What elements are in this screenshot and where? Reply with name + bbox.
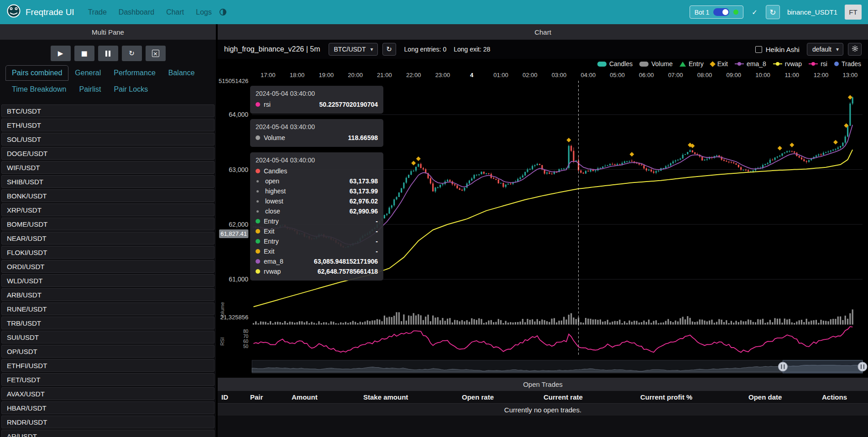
datazoom-window[interactable] [783,360,862,373]
bot-label: Bot 1 [695,9,710,16]
tab-pairlist[interactable]: Pairlist [73,82,107,97]
ema8-line [253,125,852,245]
svg-text:20:00: 20:00 [348,72,363,78]
svg-text:50: 50 [243,344,249,349]
heikin-ashi-checkbox[interactable] [755,46,762,53]
svg-text:RSI: RSI [220,337,225,345]
pair-item[interactable]: RUNE/USDT [1,302,214,315]
brand[interactable]: Freqtrade UI [6,4,74,21]
tab-pairs-combined[interactable]: Pairs combined [5,65,68,81]
pair-item[interactable]: DOGE/USDT [1,147,214,160]
plot-config-select[interactable]: default ▾ [807,43,843,56]
legend-label: Exit [717,60,728,68]
legend-item-rsi[interactable]: rsi [809,60,827,68]
theme-toggle-icon[interactable] [219,8,227,16]
pair-item[interactable]: FET/USDT [1,373,214,386]
chart-svg[interactable]: 64,00063,00062,00061,00051505142621,3258… [218,69,868,379]
svg-text:01:00: 01:00 [493,72,508,78]
pair-item[interactable]: HBAR/USDT [1,401,214,414]
pair-item[interactable]: ETH/USDT [1,119,214,131]
exit-marker [566,138,571,142]
open-trades-table: IDPairAmountStake amountOpen rateCurrent… [218,391,868,437]
reload-button[interactable]: ↻ [122,46,142,61]
datazoom-handle-right[interactable] [858,362,867,371]
pair-item[interactable]: BOME/USDT [1,218,214,230]
legend-item-trades[interactable]: Trades [834,60,861,68]
nav-link-logs[interactable]: Logs [196,8,212,16]
candlestick-chart[interactable]: 64,00063,00062,00061,00051505142621,3258… [218,69,868,378]
sidebar-tabs-row2: Time BreakdownPairlistPair Locks [0,81,216,97]
pair-item[interactable]: AR/USDT [1,430,214,437]
sidebar-title: Multi Pane [0,24,216,40]
pair-item[interactable]: BONK/USDT [1,189,214,202]
tab-balance[interactable]: Balance [162,65,201,81]
heikin-ashi-control[interactable]: Heikin Ashi [755,46,800,53]
pause-button[interactable] [98,46,118,61]
legend-label: rsi [821,60,827,68]
pair-item[interactable]: TRB/USDT [1,317,214,329]
top-navbar: Freqtrade UI TradeDashboardChartLogs Bot… [0,0,868,24]
reset-layout-button[interactable]: × [146,46,166,61]
nav-link-dashboard[interactable]: Dashboard [119,8,154,16]
user-avatar[interactable]: FT [845,5,862,20]
pair-select[interactable]: BTC/USDT ▾ [329,43,378,56]
pair-item[interactable]: SUI/USDT [1,331,214,343]
pair-item[interactable]: FLOKI/USDT [1,246,214,259]
legend-item-volume[interactable]: Volume [639,60,673,68]
brand-title: Freqtrade UI [26,7,74,17]
pair-item[interactable]: SOL/USDT [1,133,214,146]
legend-item-exit[interactable]: Exit [711,60,728,68]
stop-button[interactable]: ■ [74,46,94,61]
chevron-down-icon: ▾ [371,46,373,52]
svg-text:70: 70 [243,334,249,339]
datazoom-handle-left[interactable] [778,362,787,371]
pair-item[interactable]: SHIB/USDT [1,175,214,188]
pair-item[interactable]: WIF/USDT [1,161,214,174]
legend-item-entry[interactable]: Entry [680,60,704,68]
svg-text:61,827.41: 61,827.41 [220,230,247,237]
refresh-icon: ↻ [386,45,392,53]
svg-text:23:00: 23:00 [435,72,450,78]
bot-toggle[interactable] [713,8,729,16]
legend-item-rvwap[interactable]: rvwap [773,60,802,68]
svg-text:09:00: 09:00 [726,72,741,78]
tab-performance[interactable]: Performance [107,65,162,81]
chart-toolbar: high_frog_binance_v226 | 5m BTC/USDT ▾ ↻… [218,40,868,59]
svg-text:64,000: 64,000 [229,111,248,118]
svg-text:03:00: 03:00 [552,72,567,78]
bot-selector[interactable]: Bot 1 [690,5,744,19]
pair-item[interactable]: WLD/USDT [1,274,214,287]
pair-item[interactable]: OP/USDT [1,345,214,358]
column-header-current-profit--: Current profit % [637,393,745,401]
pair-item[interactable]: AVAX/USDT [1,387,214,400]
svg-text:62,000: 62,000 [229,221,248,228]
legend-label: Trades [842,60,861,68]
chart-refresh-button[interactable]: ↻ [382,43,396,56]
nav-link-chart[interactable]: Chart [166,8,184,16]
pair-item[interactable]: BTC/USDT [1,104,214,117]
rvwap-line-icon [773,62,782,66]
column-header-amount: Amount [288,393,360,401]
pause-icon [105,51,107,57]
tab-pair-locks[interactable]: Pair Locks [107,82,154,97]
refresh-button[interactable]: ↻ [766,5,780,19]
svg-text:12:00: 12:00 [814,72,829,78]
pair-item[interactable]: XRP/USDT [1,203,214,216]
pair-item[interactable]: ARB/USDT [1,288,214,301]
pair-item[interactable]: ORDI/USDT [1,260,214,273]
tab-general[interactable]: General [68,65,107,81]
plot-settings-button[interactable] [848,43,862,56]
tab-time-breakdown[interactable]: Time Breakdown [5,82,73,97]
nav-link-trade[interactable]: Trade [88,8,107,16]
svg-text:05:00: 05:00 [610,72,625,78]
play-button[interactable]: ▶ [51,46,71,61]
legend-item-candles[interactable]: Candles [597,60,633,68]
pair-item[interactable]: RNDR/USDT [1,416,214,428]
pair-item[interactable]: ETHFI/USDT [1,359,214,372]
svg-text:19:00: 19:00 [319,72,334,78]
pair-item[interactable]: NEAR/USDT [1,232,214,245]
column-header-stake-amount: Stake amount [360,393,458,401]
svg-text:60: 60 [243,339,249,344]
refresh-icon: ↻ [769,8,776,17]
legend-item-ema_8[interactable]: ema_8 [735,60,766,68]
